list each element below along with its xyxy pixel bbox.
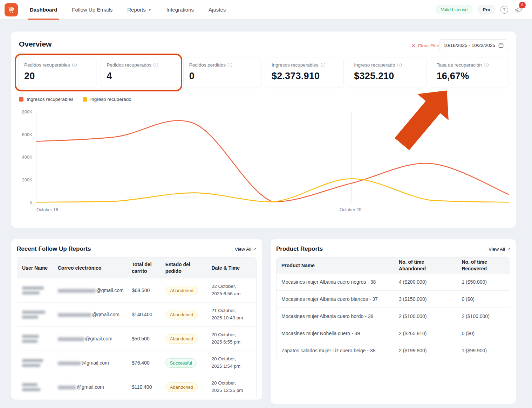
nav-label: Follow Up Emails bbox=[72, 7, 112, 13]
nav-tab-ajustes[interactable]: Ajustes bbox=[209, 0, 226, 20]
calendar-icon bbox=[498, 43, 504, 48]
legend-label: Ingreso recuperado bbox=[90, 97, 131, 102]
user-name-masked bbox=[17, 330, 53, 348]
table-row: Mocasines mujer Nohelia cuero - 39 2 ($2… bbox=[277, 325, 510, 342]
recovered-count: 1 ($99.900) bbox=[457, 344, 510, 357]
legend-swatch-orange bbox=[19, 97, 23, 102]
product-name: Mocasines mujer Albania cuero negros - 3… bbox=[277, 276, 394, 288]
stat-label: Tasa de recuperación bbox=[437, 62, 482, 68]
view-all-label: View All bbox=[235, 247, 251, 252]
info-icon[interactable]: i bbox=[397, 63, 402, 67]
order-status-cell: Successful bbox=[161, 355, 207, 371]
recovered-count: 2 ($100.000) bbox=[457, 310, 510, 323]
stat-value: $325.210 bbox=[354, 71, 420, 82]
column-header: Total del carrito bbox=[127, 258, 161, 278]
help-icon[interactable]: ? bbox=[500, 6, 508, 14]
chart-x-axis: October 16 October 20 bbox=[36, 207, 509, 214]
y-axis-tick: 800K bbox=[22, 110, 32, 115]
column-header: No. of time Recovered bbox=[457, 257, 510, 276]
top-navigation-bar: Dashboard Follow Up Emails Reports▼ Inte… bbox=[0, 0, 532, 20]
info-icon[interactable]: i bbox=[484, 63, 489, 67]
status-badge: Abandoned bbox=[165, 310, 198, 319]
table-row: @gmail.com $110.400 Abandoned 20 October… bbox=[17, 375, 256, 399]
email-cell: @gmail.com bbox=[53, 308, 127, 321]
stat-card-ingresos-recuperables: Ingresos recuperablesi $2.373.910 bbox=[266, 57, 344, 88]
info-icon[interactable]: i bbox=[154, 63, 158, 67]
nav-tab-integrations[interactable]: Integrations bbox=[166, 0, 194, 20]
followups-view-all-link[interactable]: View All ↗ bbox=[235, 247, 257, 252]
y-axis-tick: 400K bbox=[22, 155, 32, 160]
chart-y-axis: 800K600K400K200K0 bbox=[18, 112, 36, 204]
user-name-masked bbox=[17, 281, 53, 300]
order-status-cell: Abandoned bbox=[161, 282, 206, 299]
table-row: @gmail.com $68.500 Abandoned 22 October,… bbox=[17, 278, 256, 302]
abandoned-count: 2 ($199.800) bbox=[394, 344, 457, 357]
stat-card-pedidos-perdidos: Pedidos perdidosi 0 bbox=[183, 57, 261, 88]
stat-label: Pedidos perdidos bbox=[189, 62, 226, 68]
user-name-masked bbox=[17, 378, 53, 396]
table-header-row: Product Name No. of time Abandoned No. o… bbox=[277, 258, 510, 273]
status-badge: Abandoned bbox=[165, 286, 198, 295]
email-domain: @gmail.com bbox=[82, 360, 109, 366]
order-status-cell: Abandoned bbox=[161, 306, 207, 323]
status-badge: Abandoned bbox=[165, 334, 198, 344]
chart-plot-area bbox=[36, 112, 509, 204]
table-row: Mocasines mujer Albania cuero negros - 3… bbox=[277, 273, 510, 290]
nav-tab-follow-up-emails[interactable]: Follow Up Emails bbox=[72, 0, 112, 20]
notification-count-badge: 6 bbox=[519, 2, 526, 8]
chart-line-recuperado bbox=[36, 179, 509, 202]
nav-tab-reports[interactable]: Reports▼ bbox=[127, 0, 151, 20]
column-header: Date & Time bbox=[206, 261, 256, 275]
recent-follow-up-reports-panel: Recent Follow Up Reports View All ↗ User… bbox=[11, 239, 262, 400]
stat-card-ingreso-recuperado: Ingreso recuperadoi $325.210 bbox=[348, 57, 426, 88]
license-status-badge: Valid License bbox=[436, 5, 472, 14]
table-row: @gmail.com $50.500 Abandoned 20 October,… bbox=[17, 326, 256, 351]
clear-filter-button[interactable]: ✕ Clear Filter bbox=[411, 43, 441, 48]
product-name: Mocasines mujer Nohelia cuero - 39 bbox=[277, 327, 394, 340]
email-cell: @gmail.com bbox=[53, 357, 127, 369]
user-name-masked bbox=[17, 305, 53, 324]
y-axis-tick: 0 bbox=[30, 200, 32, 205]
legend-item-recuperables: Ingresos recuperables bbox=[19, 97, 74, 102]
cart-total: $76.400 bbox=[127, 357, 161, 369]
stat-card-tasa-de-recuperacion: Tasa de recuperacióni 16,67% bbox=[431, 57, 509, 88]
announcements-button[interactable]: 6 bbox=[514, 5, 523, 14]
view-all-label: View All bbox=[489, 247, 505, 252]
close-icon: ✕ bbox=[411, 43, 415, 48]
nav-tab-dashboard[interactable]: Dashboard bbox=[30, 0, 57, 20]
stat-value: 20 bbox=[24, 71, 90, 82]
date-range-picker[interactable]: 10/16/2025 - 10/22/2025 bbox=[439, 39, 508, 51]
date-time-cell: 22 October,2025 6:56 am bbox=[207, 279, 256, 301]
stat-label: Ingresos recuperables bbox=[272, 62, 319, 68]
chart-legend: Ingresos recuperables Ingreso recuperado bbox=[19, 97, 131, 102]
abandoned-count: 2 ($100.000) bbox=[394, 310, 457, 323]
email-domain: @gmail.com bbox=[77, 384, 104, 390]
topbar-right-cluster: Valid License Pro ? 6 bbox=[436, 5, 532, 14]
app-logo[interactable] bbox=[5, 3, 18, 16]
column-header: Estado del pedido bbox=[161, 258, 207, 278]
info-icon[interactable]: i bbox=[321, 63, 325, 67]
info-icon[interactable]: i bbox=[72, 63, 77, 67]
column-header: No. of time Abandoned bbox=[394, 257, 457, 276]
column-header: User Name bbox=[17, 261, 53, 275]
cart-total: $110.400 bbox=[127, 381, 161, 393]
arrow-up-right-icon: ↗ bbox=[507, 247, 510, 251]
email-domain: @gmail.com bbox=[96, 288, 124, 293]
email-cell: @gmail.com bbox=[53, 284, 127, 297]
stat-value: 4 bbox=[107, 71, 173, 82]
info-icon[interactable]: i bbox=[228, 63, 232, 67]
products-view-all-link[interactable]: View All ↗ bbox=[489, 247, 510, 252]
product-name: Zapatos calados mujer Liz cuero beige - … bbox=[277, 344, 394, 357]
email-cell: @gmail.com bbox=[53, 381, 127, 393]
legend-item-recuperado: Ingreso recuperado bbox=[83, 97, 131, 102]
status-badge: Successful bbox=[165, 358, 197, 368]
stat-label: Ingreso recuperado bbox=[354, 62, 395, 68]
cart-total: $140.400 bbox=[127, 308, 161, 321]
stat-card-pedidos-recuperados: Pedidos recuperadosi 4 bbox=[101, 57, 179, 88]
followups-table: User Name Correo electrónico Total del c… bbox=[17, 257, 257, 399]
email-domain: @gmail.com bbox=[92, 312, 120, 317]
arrow-up-right-icon: ↗ bbox=[253, 247, 257, 251]
stats-card-row: Pedidos recuperablesi 20 Pedidos recuper… bbox=[18, 57, 509, 88]
clear-filter-label: Clear Filter bbox=[418, 43, 441, 48]
overview-panel: Overview ✕ Clear Filter 10/16/2025 - 10/… bbox=[11, 32, 516, 228]
